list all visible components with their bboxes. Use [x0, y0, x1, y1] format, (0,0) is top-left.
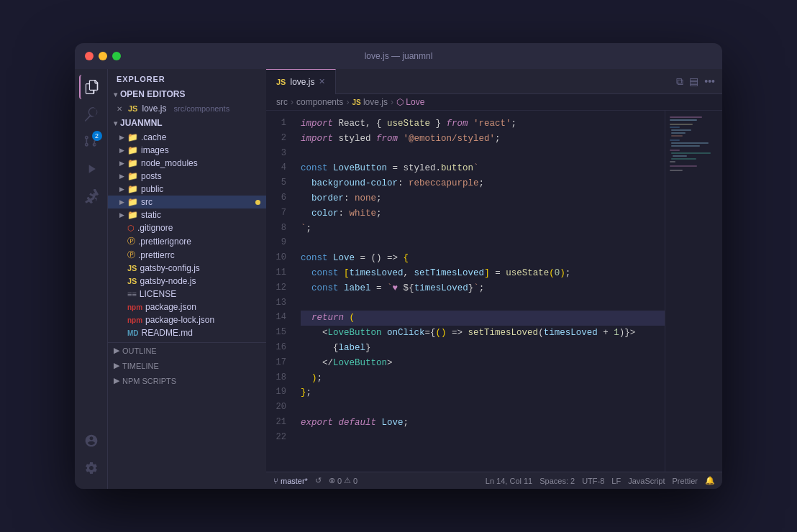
- run-activity-icon[interactable]: [79, 157, 104, 181]
- open-editor-path: src/components: [173, 104, 229, 113]
- folder-icon: 📁: [127, 210, 138, 220]
- tree-item-package-lock[interactable]: ▶ npm package-lock.json: [108, 313, 266, 326]
- breadcrumb-sep-3: ›: [391, 97, 393, 107]
- tree-item-gatsby-config[interactable]: ▶ JS gatsby-config.js: [108, 262, 266, 275]
- tree-item-gitignore[interactable]: ▶ ⬡ .gitignore: [108, 221, 266, 234]
- search-activity-icon[interactable]: [79, 102, 104, 127]
- vscode-window: love.js — juanmnl 2: [75, 43, 722, 489]
- project-chevron: ▾: [114, 119, 117, 127]
- tree-item-static[interactable]: ▶ 📁 static: [108, 208, 266, 221]
- breadcrumb-symbol[interactable]: ⬡ Love: [396, 97, 424, 107]
- outline-section[interactable]: ▶ OUTLINE: [108, 343, 266, 358]
- code-line-1: import React, { useState } from 'react';: [301, 116, 665, 132]
- code-line-21: export default Love;: [301, 416, 665, 431]
- tree-item-posts[interactable]: ▶ 📁 posts: [108, 170, 266, 183]
- prettier-icon: Ⓟ: [127, 236, 135, 247]
- svg-rect-2: [670, 124, 693, 125]
- notifications-icon[interactable]: 🔔: [705, 476, 715, 485]
- tree-item-src[interactable]: ▶ 📁 src: [108, 196, 266, 208]
- source-control-activity-icon[interactable]: 2: [79, 129, 104, 154]
- settings-activity-icon[interactable]: [79, 456, 104, 480]
- status-eol[interactable]: LF: [611, 477, 621, 485]
- more-actions-icon[interactable]: •••: [704, 75, 715, 87]
- code-area[interactable]: import React, { useState } from 'react';…: [295, 111, 665, 472]
- tree-item-label: images: [141, 145, 169, 155]
- project-header[interactable]: ▾ JUANMNL: [108, 115, 266, 131]
- breadcrumb: src › components › JS love.js › ⬡ Love: [266, 94, 722, 111]
- extensions-activity-icon[interactable]: [79, 184, 104, 208]
- outline-chevron: ▶: [114, 346, 119, 355]
- status-bar: ⑂ master* ↺ ⊗ 0 ⚠ 0 Ln 14, Col 11 S: [266, 472, 722, 489]
- breadcrumb-file[interactable]: JS love.js: [352, 97, 388, 107]
- npm-scripts-section[interactable]: ▶ NPM SCRIPTS: [108, 373, 266, 388]
- editor-layout-icon[interactable]: ▤: [689, 75, 698, 87]
- tree-item-label: posts: [141, 171, 162, 181]
- pkg-icon: npm: [127, 303, 142, 311]
- open-editor-love-js[interactable]: ✕ JS love.js src/components: [108, 102, 266, 115]
- svg-rect-4: [671, 129, 691, 131]
- tree-item-public[interactable]: ▶ 📁 public: [108, 183, 266, 196]
- tree-item-images[interactable]: ▶ 📁 images: [108, 144, 266, 157]
- tree-item-cache[interactable]: ▶ 📁 .cache: [108, 131, 266, 144]
- open-editors-header[interactable]: ▾ OPEN EDITORS: [108, 86, 266, 102]
- tree-item-prettierrc[interactable]: ▶ Ⓟ .prettierrc: [108, 248, 266, 262]
- folder-icon: 📁: [127, 197, 138, 207]
- maximize-button[interactable]: [112, 52, 121, 60]
- code-line-14: return (: [301, 311, 665, 326]
- minimize-button[interactable]: [99, 52, 107, 60]
- explorer-activity-icon[interactable]: [79, 75, 104, 99]
- git-branch-icon: ⑂: [273, 477, 278, 485]
- status-language[interactable]: JavaScript: [628, 477, 665, 485]
- svg-rect-1: [670, 119, 697, 121]
- folder-chevron: ▶: [119, 147, 124, 154]
- status-spaces[interactable]: Spaces: 2: [539, 477, 575, 485]
- tree-item-label: gatsby-node.js: [140, 276, 196, 286]
- svg-rect-14: [670, 161, 675, 162]
- tree-item-label: node_modules: [141, 158, 198, 168]
- breadcrumb-components[interactable]: components: [296, 97, 343, 107]
- status-errors[interactable]: ⊗ 0 ⚠ 0: [329, 476, 357, 485]
- status-git-branch[interactable]: ⑂ master*: [273, 477, 308, 485]
- svg-rect-9: [671, 145, 700, 147]
- tree-item-node-modules[interactable]: ▶ 📁 node_modules: [108, 157, 266, 170]
- folder-icon: 📁: [127, 184, 138, 194]
- error-count: 0: [337, 477, 342, 485]
- tree-item-package-json[interactable]: ▶ npm package.json: [108, 301, 266, 313]
- tab-love-js[interactable]: JS love.js ✕: [266, 69, 336, 94]
- tree-item-label: .cache: [141, 132, 166, 142]
- status-sync[interactable]: ↺: [315, 476, 322, 485]
- code-line-2: import styled from '@emotion/styled';: [301, 132, 665, 147]
- tree-item-label: gatsby-config.js: [140, 263, 199, 273]
- timeline-chevron: ▶: [114, 361, 119, 370]
- account-activity-icon[interactable]: [79, 428, 104, 453]
- js-icon: JS: [127, 277, 137, 285]
- status-cursor[interactable]: Ln 14, Col 11: [486, 477, 532, 485]
- editor-area: JS love.js ✕ ⧉ ▤ ••• src › components › …: [266, 69, 722, 489]
- timeline-section[interactable]: ▶ TIMELINE: [108, 358, 266, 373]
- code-line-3: [301, 147, 665, 162]
- split-editor-icon[interactable]: ⧉: [676, 75, 683, 88]
- code-line-22: [301, 431, 665, 446]
- bottom-sections: ▶ OUTLINE ▶ TIMELINE ▶ NPM SCRIPTS: [108, 342, 266, 388]
- status-formatter[interactable]: Prettier: [673, 477, 698, 485]
- code-line-4: const LoveButton = styled.button`: [301, 161, 665, 176]
- traffic-lights: [85, 52, 121, 60]
- code-line-12: const label = `♥ ${timesLoved}`;: [301, 281, 665, 296]
- code-line-20: [301, 400, 665, 416]
- tree-item-readme[interactable]: ▶ MD README.md: [108, 326, 266, 339]
- editor-content: 12345 678910 1112131415 1617181920 2122 …: [266, 111, 722, 472]
- status-encoding[interactable]: UTF-8: [582, 477, 604, 485]
- tree-item-gatsby-node[interactable]: ▶ JS gatsby-node.js: [108, 275, 266, 288]
- close-editor-icon[interactable]: ✕: [117, 105, 122, 113]
- tab-close-icon[interactable]: ✕: [319, 77, 325, 86]
- tree-item-license[interactable]: ▶ ≡≡ LICENSE: [108, 288, 266, 301]
- breadcrumb-sep-1: ›: [291, 97, 293, 107]
- breadcrumb-src[interactable]: src: [276, 97, 288, 107]
- open-editor-filename: love.js: [142, 104, 166, 114]
- tree-item-prettierignore[interactable]: ▶ Ⓟ .prettierignore: [108, 234, 266, 248]
- folder-icon: 📁: [127, 158, 138, 168]
- svg-rect-0: [670, 116, 702, 118]
- source-control-badge: 2: [92, 131, 102, 141]
- minimap: [665, 111, 722, 472]
- close-button[interactable]: [85, 52, 94, 60]
